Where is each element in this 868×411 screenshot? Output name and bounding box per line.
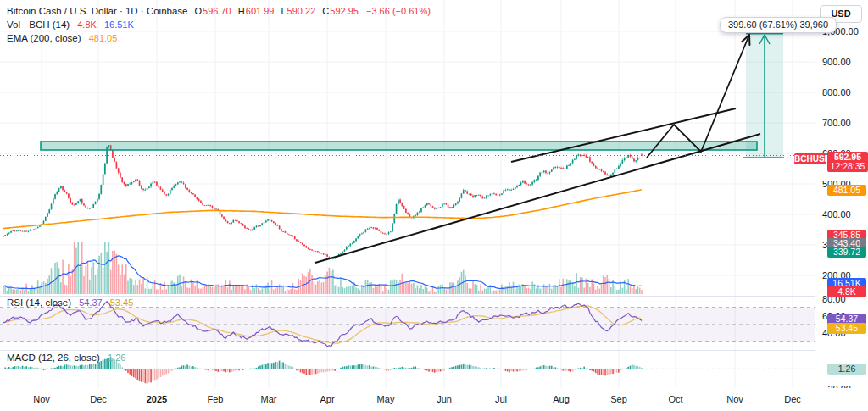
volume-ma: 16.51K bbox=[104, 19, 134, 30]
time-tick-label: Feb bbox=[197, 394, 234, 404]
high-label: H bbox=[238, 6, 245, 16]
ticker-tag[interactable]: BCHUSD bbox=[794, 153, 826, 164]
rsi-legend[interactable]: RSI (14, close) 54.37 53.45 bbox=[7, 297, 133, 308]
volume-value-label: 4.8K bbox=[827, 286, 866, 297]
volume-legend-label: Vol · BCH (14) bbox=[7, 19, 70, 30]
macd-value: 1.26 bbox=[108, 353, 125, 363]
volume-legend[interactable]: Vol · BCH (14) 4.8K 16.51K bbox=[7, 19, 134, 30]
time-tick-label: Aug bbox=[542, 394, 580, 404]
change-value: −3.66 (−0.61%) bbox=[366, 6, 431, 16]
pane-separator-macd[interactable] bbox=[0, 350, 868, 351]
low-value: 590.22 bbox=[287, 6, 316, 16]
high-value: 601.99 bbox=[246, 6, 275, 16]
time-tick-label: Nov bbox=[23, 394, 60, 404]
rsi-ma-value: 53.45 bbox=[110, 297, 134, 308]
low-label: L bbox=[281, 6, 286, 16]
close-label: C bbox=[322, 6, 329, 16]
rsi-value: 54.37 bbox=[79, 297, 103, 308]
time-tick-label: 2025 bbox=[138, 394, 175, 404]
open-value: 596.70 bbox=[203, 6, 231, 16]
ema-value-label: 481.05 bbox=[827, 185, 866, 196]
pane-separator-rsi[interactable] bbox=[0, 296, 868, 297]
time-axis[interactable]: NovDec2025FebMarAprMayJunJulAugSepOctNov… bbox=[0, 388, 868, 411]
symbol-legend[interactable]: Bitcoin Cash / U.S. Dollar · 1D · Coinba… bbox=[7, 6, 431, 16]
chart-canvas[interactable] bbox=[0, 0, 815, 388]
price-tick-label: 900.00 bbox=[822, 57, 851, 67]
time-tick-label: Jun bbox=[426, 394, 463, 404]
rsi-legend-label: RSI (14, close) bbox=[7, 297, 71, 308]
measure-callout[interactable]: 399.60 (67.61%) 39,960 bbox=[720, 17, 837, 33]
time-tick-label: Mar bbox=[250, 394, 287, 404]
time-tick-label: May bbox=[367, 394, 404, 404]
ema-legend[interactable]: EMA (200, close) 481.05 bbox=[7, 33, 117, 43]
price-tick-label: 700.00 bbox=[822, 118, 851, 128]
chart-window: Bitcoin Cash / U.S. Dollar · 1D · Coinba… bbox=[0, 0, 868, 411]
macd-legend-label: MACD (12, 26, close) bbox=[7, 353, 100, 363]
time-tick-label: Apr bbox=[309, 394, 346, 404]
time-tick-label: Jul bbox=[482, 394, 520, 404]
price-tick-label: 800.00 bbox=[822, 87, 851, 97]
close-value: 592.95 bbox=[330, 6, 359, 16]
symbol-title: Bitcoin Cash / U.S. Dollar · 1D · Coinba… bbox=[7, 6, 187, 16]
rsi-ma-label: 53.45 bbox=[827, 323, 866, 334]
time-tick-label: Nov bbox=[716, 394, 754, 404]
time-tick-label: Sep bbox=[600, 394, 637, 404]
ema-value: 481.05 bbox=[89, 33, 118, 43]
volume-current: 4.8K bbox=[77, 19, 97, 30]
time-tick-label: Oct bbox=[657, 394, 694, 404]
open-label: O bbox=[195, 6, 203, 16]
macd-legend[interactable]: MACD (12, 26, close) 1.26 bbox=[7, 353, 125, 363]
alert-339-label: 339.72 bbox=[827, 247, 866, 258]
time-tick-label: Dec bbox=[80, 394, 117, 404]
last-price-label[interactable]: 592.95 12:28:35 bbox=[827, 152, 868, 172]
ema-legend-label: EMA (200, close) bbox=[7, 33, 81, 43]
price-axis[interactable]: USD 1,000.00900.00800.00700.00600.00500.… bbox=[815, 0, 868, 388]
time-tick-label: Dec bbox=[774, 394, 811, 404]
price-tick-label: 400.00 bbox=[822, 209, 851, 219]
bar-countdown: 12:28:35 bbox=[827, 162, 868, 172]
macd-value-label: 1.26 bbox=[827, 364, 866, 375]
